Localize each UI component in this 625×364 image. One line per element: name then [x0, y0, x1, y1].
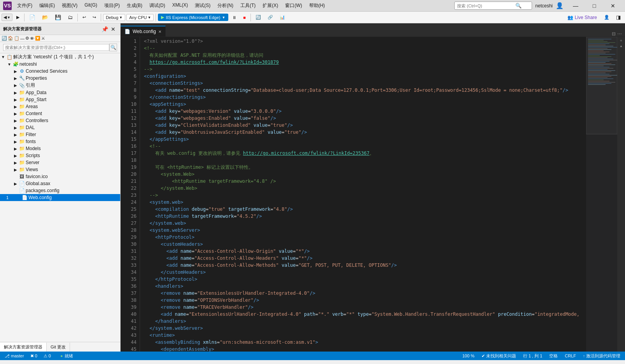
maximize-button[interactable]: □: [585, 0, 603, 12]
menu-edit[interactable]: 编辑(E): [36, 1, 58, 10]
project-node[interactable]: ▼ 🧩 netceshi: [0, 61, 120, 68]
open-btn[interactable]: 📂: [39, 13, 51, 21]
account-btn[interactable]: 👤: [601, 14, 612, 21]
pin-btn[interactable]: 📌: [101, 25, 109, 33]
git-changes-tab[interactable]: Git 更改: [47, 343, 70, 352]
scripts-node[interactable]: ▶ 📁 Scripts: [0, 152, 120, 159]
fonts-node[interactable]: ▶ 📁 fonts: [0, 138, 120, 145]
debug-config-dropdown[interactable]: Debug ▼: [103, 14, 125, 21]
co-toggle[interactable]: ▶: [12, 110, 19, 117]
reload-btn[interactable]: 🔄: [253, 14, 264, 21]
dal-toggle[interactable]: ▶: [12, 124, 19, 131]
menu-git[interactable]: Git(G): [81, 1, 100, 10]
appdata-node[interactable]: ▶ 📁 App_Data: [0, 89, 120, 96]
problems-status[interactable]: ✔ 未找到相关问题: [480, 353, 518, 359]
run-button[interactable]: ▶ IIS Express (Microsoft Edge) ▼: [158, 14, 228, 21]
solution-explorer-tab[interactable]: 解决方案资源管理器: [0, 343, 47, 352]
nav-back-btn[interactable]: ◀▼: [2, 14, 12, 21]
menu-project[interactable]: 项目(P): [101, 1, 123, 10]
pause-btn[interactable]: ⏸: [229, 14, 239, 21]
references-node[interactable]: ▶ 📎 引用: [0, 82, 120, 89]
menu-analyze[interactable]: 分析(N): [214, 1, 236, 10]
minimap-toggle-btn[interactable]: ▲: [620, 44, 623, 48]
nav-forward-btn[interactable]: ▶: [14, 14, 22, 21]
gl-toggle[interactable]: ▶: [12, 180, 19, 187]
perf-btn[interactable]: 📊: [277, 14, 288, 21]
liveshare-button[interactable]: 👥 Live Share: [564, 14, 600, 21]
home-btn[interactable]: 🏠: [8, 36, 13, 41]
vi-toggle[interactable]: ▶: [12, 166, 19, 173]
filter-node[interactable]: ▶ 📁 Filter: [0, 131, 120, 138]
webconfig-tab[interactable]: 📄 Web.config ✕: [121, 26, 166, 37]
se-toggle[interactable]: ▶: [12, 159, 19, 166]
sc-toggle[interactable]: ▶: [12, 152, 19, 159]
cursor-position[interactable]: 行 1 , 列 1: [522, 353, 544, 359]
content-node[interactable]: ▶ 📁 Content: [0, 110, 120, 117]
sync-btn[interactable]: 🔄: [2, 36, 7, 41]
cs-toggle[interactable]: ▶: [12, 68, 19, 74]
git-btn[interactable]: ⚔: [41, 36, 45, 41]
menu-view[interactable]: 视图(V): [59, 1, 81, 10]
packages-node[interactable]: 📄 packages.config: [0, 187, 120, 194]
project-toggle[interactable]: ▼: [6, 61, 12, 67]
ad-toggle[interactable]: ▶: [12, 89, 19, 96]
fi-toggle[interactable]: ▶: [12, 131, 19, 138]
dal-node[interactable]: ▶ 📁 DAL: [0, 124, 120, 131]
menu-build[interactable]: 生成(B): [124, 1, 145, 10]
save-btn[interactable]: 💾: [52, 13, 64, 21]
appstart-node[interactable]: ▶ 📁 App_Start: [0, 96, 120, 103]
fo-toggle[interactable]: ▶: [12, 138, 19, 145]
views-node[interactable]: ▶ 📁 Views: [0, 166, 120, 173]
ctrl-toggle[interactable]: ▶: [12, 117, 19, 124]
git-status[interactable]: ⎇ master: [3, 354, 26, 359]
sidebar-search-button[interactable]: 🔍: [109, 44, 117, 51]
attach-btn[interactable]: 🔗: [265, 14, 276, 21]
filter-btn[interactable]: 🔽: [35, 36, 40, 41]
webconfig-node[interactable]: 1 📄 Web.config: [0, 194, 120, 201]
stop-btn[interactable]: ■: [240, 14, 249, 21]
mo-toggle[interactable]: ▶: [12, 145, 19, 152]
properties-btn[interactable]: ⚙: [25, 36, 29, 41]
connected-services-node[interactable]: ▶ ⚙ Connected Services: [0, 68, 120, 75]
search-input[interactable]: [457, 4, 515, 8]
solution-node[interactable]: ▼ 📋 解决方案 'netceshi' (1 个项目，共 1 个): [0, 53, 120, 61]
tab-close-btn[interactable]: ✕: [158, 30, 161, 34]
indent-mode[interactable]: 空格: [548, 353, 559, 359]
zoom-level[interactable]: 100 %: [461, 354, 476, 358]
error-count[interactable]: ✖ 0: [29, 354, 39, 359]
minimize-button[interactable]: —: [567, 0, 585, 12]
menu-debug[interactable]: 调试(D): [146, 1, 168, 10]
collapse-btn[interactable]: —: [20, 36, 25, 41]
menu-window[interactable]: 窗口(W): [282, 1, 305, 10]
areas-node[interactable]: ▶ 📁 Areas: [0, 103, 120, 110]
models-node[interactable]: ▶ 📁 Models: [0, 145, 120, 152]
menu-file[interactable]: 文件(F): [14, 1, 35, 10]
menu-help[interactable]: 帮助(H): [306, 1, 328, 10]
favicon-node[interactable]: 🖼 favicon.ico: [0, 173, 120, 180]
menu-extensions[interactable]: 扩展(X): [259, 1, 281, 10]
save-all-btn[interactable]: 🗂: [65, 13, 75, 21]
title-search-box[interactable]: 🔍: [454, 2, 532, 10]
close-button[interactable]: ✕: [604, 0, 622, 12]
more-tabs-btn[interactable]: ⋯: [617, 31, 622, 37]
code-editor[interactable]: <?xml version="1.0"?> <!-- 有关如何配置 ASP.NE…: [140, 37, 586, 352]
new-project-btn[interactable]: 📄: [26, 13, 38, 21]
close-panel-btn[interactable]: ✕: [109, 25, 117, 33]
props-toggle[interactable]: ▶: [12, 75, 19, 81]
activate-windows[interactable]: ↑ 激活到源代码管理: [581, 353, 622, 359]
right-panel-btn[interactable]: ◨: [613, 13, 623, 21]
sidebar-search-input[interactable]: [3, 44, 109, 51]
solution-toggle[interactable]: ▼: [0, 54, 6, 60]
zoom-in-btn[interactable]: +: [620, 38, 622, 43]
preview-btn[interactable]: 👁: [30, 36, 34, 41]
menu-tools[interactable]: 工具(T): [237, 1, 259, 10]
ref-toggle[interactable]: ▶: [12, 82, 19, 89]
as-toggle[interactable]: ▶: [12, 96, 19, 103]
redo-btn[interactable]: ↪: [90, 14, 99, 21]
menu-xml[interactable]: XML(X): [169, 1, 191, 10]
user-icon[interactable]: 👤: [556, 2, 564, 9]
server-node[interactable]: ▶ 📁 Server: [0, 159, 120, 166]
warning-count[interactable]: ⚠ 0: [42, 354, 53, 359]
menu-test[interactable]: 测试(S): [192, 1, 214, 10]
controllers-node[interactable]: ▶ 📁 Controllers: [0, 117, 120, 124]
